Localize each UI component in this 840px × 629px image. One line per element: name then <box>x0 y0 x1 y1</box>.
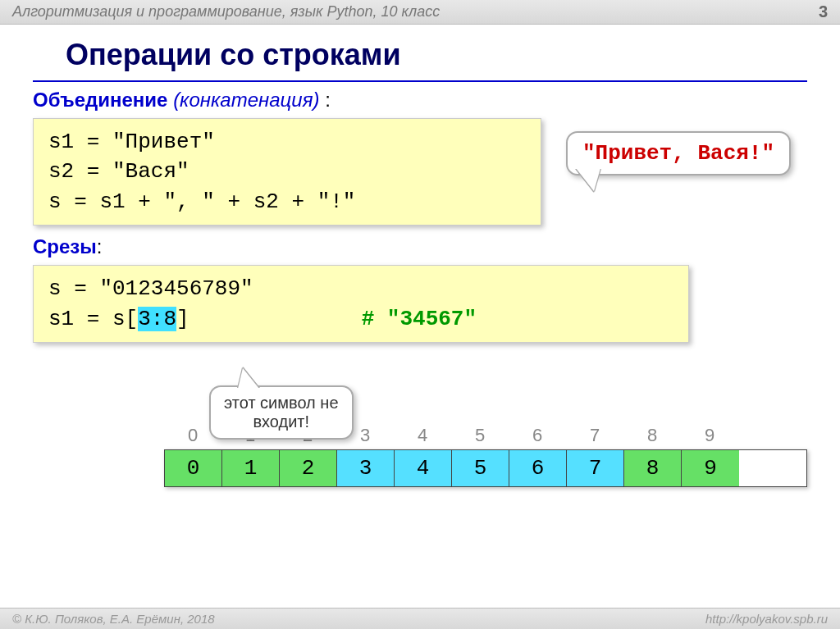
value-cell: 2 <box>280 450 337 486</box>
index-cell: 4 <box>394 425 451 449</box>
value-cell: 4 <box>395 450 452 486</box>
code-box-concat: s1 = "Привет" s2 = "Вася" s = s1 + ", " … <box>33 118 541 226</box>
code-comment: # "34567" <box>362 307 477 331</box>
code-line-2: s2 = "Вася" <box>48 157 526 186</box>
slice-line-2: s1 = s[3:8]# "34567" <box>48 304 673 334</box>
value-cell: 5 <box>452 450 509 486</box>
value-cell: 1 <box>222 450 280 486</box>
index-cell: 7 <box>566 425 623 449</box>
section1-heading: Объединение (конкатенация) : <box>33 89 807 112</box>
footer-left: © К.Ю. Поляков, Е.А. Ерёмин, 2018 <box>12 612 215 626</box>
section2-heading: Срезы: <box>33 235 807 258</box>
page-title: Операции со строками <box>66 38 807 72</box>
header-title: Алгоритмизация и программирование, язык … <box>12 3 440 21</box>
code-line-3: s = s1 + ", " + s2 + "!" <box>48 187 526 217</box>
page-number: 3 <box>819 2 828 21</box>
value-cell: 7 <box>567 450 624 486</box>
index-cell: 5 <box>451 425 509 449</box>
section1-label: Объединение <box>33 89 167 111</box>
content-area: Операции со строками Объединение (конкат… <box>0 25 840 487</box>
callout-tail2-icon <box>238 368 259 389</box>
slide-footer: © К.Ю. Поляков, Е.А. Ерёмин, 2018 http:/… <box>0 608 840 629</box>
footer-right: http://kpolyakov.spb.ru <box>705 612 828 626</box>
callout-tail-icon <box>576 168 600 191</box>
index-cell: 8 <box>623 425 681 449</box>
section1-colon: : <box>319 89 330 111</box>
value-cell: 0 <box>165 450 222 486</box>
code-box-slice: s = "0123456789" s1 = s[3:8]# "34567" <box>33 265 689 343</box>
callout-note: этот символ не входит! <box>209 385 354 440</box>
section1-italic: (конкатенация) <box>173 89 319 111</box>
divider <box>33 80 807 82</box>
code-line-1: s1 = "Привет" <box>48 127 526 157</box>
index-cell: 6 <box>509 425 566 449</box>
slice-line-1: s = "0123456789" <box>48 274 673 303</box>
value-cell: 3 <box>337 450 395 486</box>
section2-colon: : <box>97 235 103 258</box>
value-cell: 6 <box>509 450 567 486</box>
index-cell: 9 <box>681 425 738 449</box>
value-row: 0123456789 <box>164 449 807 487</box>
section2-label: Срезы <box>33 235 97 258</box>
value-cell: 9 <box>682 450 739 486</box>
slide-header: Алгоритмизация и программирование, язык … <box>0 0 840 25</box>
value-cell: 8 <box>624 450 682 486</box>
